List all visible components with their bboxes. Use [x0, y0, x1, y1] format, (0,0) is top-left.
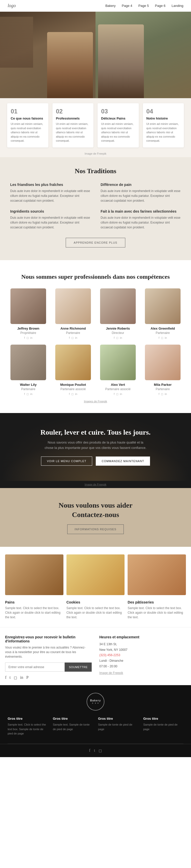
card-4-text: Ut enim ad minim veniam, quis nostrud ex… — [146, 122, 181, 143]
order-button[interactable]: COMMANDEZ MAINTENANT — [96, 457, 150, 466]
linkedin-icon[interactable]: in — [30, 393, 33, 396]
team-section: Nous sommes super professionnels dans no… — [0, 260, 191, 413]
tradition-2-title: Différence de pain — [101, 183, 181, 187]
team-social-5: f ◻ in — [8, 393, 49, 396]
youtube-icon[interactable]: ◻ — [14, 675, 17, 680]
facebook-icon[interactable]: f — [24, 393, 25, 396]
products-images — [5, 554, 186, 595]
team-name-1: Jeffrey Brown — [8, 327, 49, 330]
hero-image-credit: Image de Freepik — [0, 150, 191, 157]
team-member-8: Mila Parker Partenaire f ◻ in — [142, 345, 183, 396]
facebook-icon[interactable]: f — [24, 336, 25, 340]
team-image-credit: Images de Freepik — [8, 400, 183, 403]
tradition-3: Ingrédients sourcés Duis aute irure dolo… — [10, 209, 90, 230]
team-photo-4 — [145, 288, 181, 324]
pinterest-icon[interactable]: P — [26, 675, 29, 680]
tradition-2-text: Duis aute irure dolor in reprehenderit i… — [101, 189, 181, 204]
cta-buttons: VOIR LE MENU COMPLET COMMANDEZ MAINTENAN… — [10, 457, 181, 466]
card-3-number: 03 — [101, 108, 135, 115]
team-photo-5 — [10, 345, 46, 380]
footer-cols: Gros titre Sample text. Click to select … — [0, 717, 191, 744]
footer-col-3-text: Sample de tonte de pied de page — [98, 722, 138, 732]
team-grid: Jeffrey Brown Propriétaire f ◻ in Anne R… — [8, 288, 183, 396]
contact-title: Nous voulons vous aiderContactez-nous — [10, 501, 181, 519]
linkedin-icon[interactable]: in — [120, 393, 122, 396]
facebook-icon[interactable]: f — [159, 336, 159, 340]
nav-page6[interactable]: Page 6 — [155, 4, 166, 8]
feature-cards: 01 Ce que nous faisons Ut enim ad minim … — [0, 98, 191, 150]
instagram-icon[interactable]: ◻ — [26, 393, 29, 396]
footer-col-2-text: Sample text. Sample de tonte de pied de … — [53, 722, 93, 732]
instagram-icon[interactable]: ◻ — [161, 393, 163, 396]
team-name-7: Alex Vert — [97, 383, 139, 386]
footer: Bakery ✦ ✦ ✦ Gros titre Sample text. Cli… — [0, 685, 191, 757]
nav-page4[interactable]: Page 4 — [122, 4, 132, 8]
footer-twitter-icon[interactable]: t — [94, 748, 95, 753]
nav-page5[interactable]: Page 5 — [138, 4, 149, 8]
linkedin-icon[interactable]: in — [75, 336, 77, 340]
linkedin-icon[interactable]: in — [20, 675, 23, 680]
facebook-icon[interactable]: f — [114, 393, 115, 396]
card-2-title: Professionnels — [56, 117, 90, 120]
footer-col-1: Gros titre Sample text. Click to select … — [8, 717, 48, 736]
team-role-7: Partenaire associé — [97, 388, 139, 391]
menu-button[interactable]: VOIR LE MENU COMPLET — [41, 457, 92, 466]
team-name-2: Anne Richmond — [52, 327, 94, 330]
products-section: Pains Sample text. Click to select the t… — [0, 547, 191, 627]
instagram-icon[interactable]: ◻ — [26, 336, 29, 340]
team-member-3: Jennie Roberts Directeur f ◻ in — [97, 288, 139, 340]
instagram-icon[interactable]: ◻ — [116, 336, 118, 340]
card-4: 04 Notre histoire Ut enim ad minim venia… — [143, 103, 184, 148]
learn-more-button[interactable]: APPRENDRE ENCORE PLUS — [66, 238, 125, 247]
linkedin-icon[interactable]: in — [75, 393, 77, 396]
instagram-icon[interactable]: ◻ — [71, 336, 74, 340]
newsletter-text: Vous voulez être le premier à lire nos a… — [5, 645, 92, 659]
team-member-2: Anne Richmond Partenaire f ◻ in — [52, 288, 94, 340]
instagram-icon[interactable]: ◻ — [116, 393, 118, 396]
linkedin-icon[interactable]: in — [30, 336, 33, 340]
info-button[interactable]: INFORMATIONS REQUISES — [67, 524, 124, 534]
team-member-4: Alex Greenfield Partenaire f ◻ in — [142, 288, 183, 340]
team-member-1: Jeffrey Brown Propriétaire f ◻ in — [8, 288, 49, 340]
twitter-icon[interactable]: t — [9, 675, 10, 680]
team-social-1: f ◻ in — [8, 336, 49, 340]
facebook-icon[interactable]: f — [69, 393, 70, 396]
nav-landing[interactable]: Landing — [172, 4, 183, 8]
email-input[interactable] — [5, 662, 65, 672]
footer-logo: Bakery ✦ ✦ ✦ — [87, 693, 104, 711]
card-2-text: Ut enim ad minim veniam, quis nostrud ex… — [56, 122, 90, 143]
nav-links: Bakery Page 4 Page 5 Page 6 Landing — [105, 4, 183, 8]
footer-facebook-icon[interactable]: f — [89, 748, 90, 753]
newsletter-location-section: Enregistrez-vous pour recevoir le bullet… — [0, 627, 191, 685]
location-section: Heures et emplacement 34 E 13th St, New … — [99, 635, 186, 680]
facebook-icon[interactable]: f — [5, 675, 6, 680]
instagram-icon[interactable]: ◻ — [161, 336, 163, 340]
email-row: SOUMETTRE — [5, 662, 92, 672]
newsletter-section: Enregistrez-vous pour recevoir le bullet… — [5, 635, 92, 680]
traditions-title: Nos Traditions — [10, 167, 181, 175]
submit-button[interactable]: SOUMETTRE — [65, 662, 92, 672]
dark-credit-link[interactable]: Image de Freepik — [85, 483, 106, 486]
tradition-3-text: Duis aute irure dolor in reprehenderit i… — [10, 215, 90, 230]
location-phone[interactable]: (323) 456-2253 — [99, 653, 120, 657]
card-1: 01 Ce que nous faisons Ut enim ad minim … — [7, 103, 48, 148]
linkedin-icon[interactable]: in — [120, 336, 122, 340]
location-credit: Image de Freepik — [99, 671, 186, 675]
facebook-icon[interactable]: f — [114, 336, 115, 340]
team-social-2: f ◻ in — [52, 336, 94, 340]
facebook-icon[interactable]: f — [69, 336, 70, 340]
card-3-title: Délicieux Pains — [101, 117, 135, 120]
location-credit-link[interactable]: Image de Freepik — [99, 671, 123, 675]
linkedin-icon[interactable]: in — [165, 336, 167, 340]
team-role-6: Partenaire associé — [52, 388, 94, 391]
facebook-icon[interactable]: f — [159, 393, 159, 396]
footer-instagram-icon[interactable]: ◻ — [99, 748, 102, 753]
team-social-3: f ◻ in — [97, 336, 139, 340]
team-role-2: Partenaire — [52, 331, 94, 335]
team-credit-link[interactable]: Images de Freepik — [84, 400, 107, 403]
team-social-8: f ◻ in — [142, 393, 183, 396]
dark-cta-section: Rouler, lever et cuire. Tous les jours. … — [0, 413, 191, 481]
linkedin-icon[interactable]: in — [165, 393, 167, 396]
nav-bakery[interactable]: Bakery — [105, 4, 116, 8]
instagram-icon[interactable]: ◻ — [71, 393, 74, 396]
